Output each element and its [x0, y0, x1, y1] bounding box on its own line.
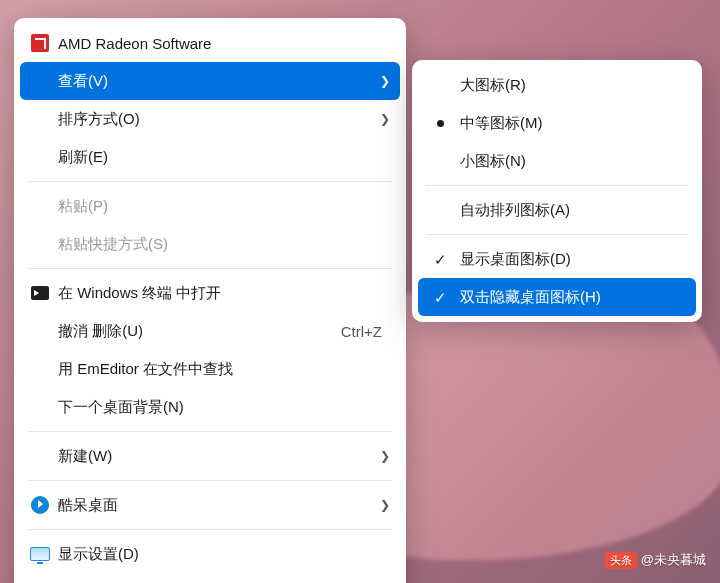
menu-item-refresh[interactable]: 刷新(E) [20, 138, 400, 176]
menu-separator [426, 185, 688, 186]
watermark-author: @未央暮城 [641, 551, 706, 569]
menu-item-sort[interactable]: 排序方式(O) ❯ [20, 100, 400, 138]
menu-separator [28, 181, 392, 182]
menu-item-label: AMD Radeon Software [54, 35, 390, 52]
menu-item-open-terminal[interactable]: 在 Windows 终端 中打开 [20, 274, 400, 312]
menu-item-next-wallpaper[interactable]: 下一个桌面背景(N) [20, 388, 400, 426]
menu-separator [28, 529, 392, 530]
menu-item-view[interactable]: 查看(V) ❯ [20, 62, 400, 100]
submenu-item-large-icons[interactable]: 大图标(R) [418, 66, 696, 104]
menu-item-label: 在 Windows 终端 中打开 [54, 284, 390, 303]
chevron-right-icon: ❯ [372, 112, 390, 126]
menu-item-paste-shortcut: 粘贴快捷方式(S) [20, 225, 400, 263]
submenu-item-auto-arrange[interactable]: 自动排列图标(A) [418, 191, 696, 229]
menu-separator [426, 234, 688, 235]
menu-item-label: 新建(W) [54, 447, 372, 466]
menu-item-paste: 粘贴(P) [20, 187, 400, 225]
menu-item-emeditor-find[interactable]: 用 EmEditor 在文件中查找 [20, 350, 400, 388]
menu-item-label: 下一个桌面背景(N) [54, 398, 390, 417]
menu-item-label: 刷新(E) [54, 148, 390, 167]
menu-item-coodesker[interactable]: 酷呆桌面 ❯ [20, 486, 400, 524]
check-marker-icon: ✓ [424, 252, 456, 267]
menu-item-shortcut: Ctrl+Z [341, 323, 390, 340]
menu-item-label: 酷呆桌面 [54, 496, 372, 515]
check-marker-icon: ✓ [424, 290, 456, 305]
display-settings-icon [26, 547, 54, 561]
menu-separator [28, 431, 392, 432]
chevron-right-icon: ❯ [372, 498, 390, 512]
menu-item-label: 查看(V) [54, 72, 372, 91]
menu-item-label: 用 EmEditor 在文件中查找 [54, 360, 390, 379]
coodesker-icon [26, 496, 54, 514]
menu-item-label: 显示设置(D) [54, 545, 390, 564]
bullet-marker-icon [424, 120, 456, 127]
menu-item-label: 粘贴(P) [54, 197, 390, 216]
menu-item-new[interactable]: 新建(W) ❯ [20, 437, 400, 475]
menu-item-label: 小图标(N) [456, 152, 686, 171]
submenu-item-small-icons[interactable]: 小图标(N) [418, 142, 696, 180]
menu-item-label: 撤消 删除(U) [54, 322, 341, 341]
menu-item-label: 双击隐藏桌面图标(H) [456, 288, 686, 307]
menu-item-personalize[interactable]: 个性化(R) [20, 573, 400, 583]
menu-item-label: 中等图标(M) [456, 114, 686, 133]
menu-item-label: 自动排列图标(A) [456, 201, 686, 220]
view-submenu: 大图标(R) 中等图标(M) 小图标(N) 自动排列图标(A) ✓ 显示桌面图标… [412, 60, 702, 322]
menu-item-undo-delete[interactable]: 撤消 删除(U) Ctrl+Z [20, 312, 400, 350]
terminal-icon [26, 286, 54, 300]
amd-icon [26, 34, 54, 52]
menu-item-label: 粘贴快捷方式(S) [54, 235, 390, 254]
menu-item-display-settings[interactable]: 显示设置(D) [20, 535, 400, 573]
watermark-badge: 头条 [605, 552, 637, 569]
watermark: 头条 @未央暮城 [605, 551, 706, 569]
menu-separator [28, 268, 392, 269]
submenu-item-medium-icons[interactable]: 中等图标(M) [418, 104, 696, 142]
chevron-right-icon: ❯ [372, 449, 390, 463]
menu-item-amd-radeon[interactable]: AMD Radeon Software [20, 24, 400, 62]
menu-item-label: 排序方式(O) [54, 110, 372, 129]
submenu-item-dblclick-hide-icons[interactable]: ✓ 双击隐藏桌面图标(H) [418, 278, 696, 316]
desktop-context-menu: AMD Radeon Software 查看(V) ❯ 排序方式(O) ❯ 刷新… [14, 18, 406, 583]
chevron-right-icon: ❯ [372, 74, 390, 88]
menu-item-label: 显示桌面图标(D) [456, 250, 686, 269]
menu-separator [28, 480, 392, 481]
submenu-item-show-desktop-icons[interactable]: ✓ 显示桌面图标(D) [418, 240, 696, 278]
menu-item-label: 大图标(R) [456, 76, 686, 95]
